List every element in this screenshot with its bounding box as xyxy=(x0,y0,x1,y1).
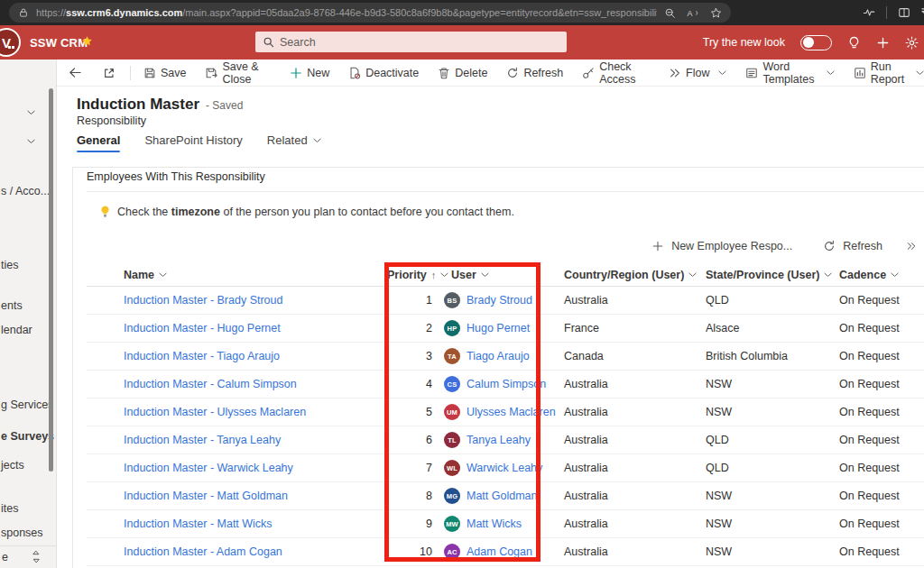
chevron-down-icon xyxy=(827,70,835,76)
column-header-country[interactable]: Country/Region (User) xyxy=(564,269,706,281)
state-cell: QLD xyxy=(706,294,839,307)
record-link[interactable]: Induction Master - Matt Wicks xyxy=(124,518,387,530)
popout-icon[interactable] xyxy=(103,67,116,79)
country-cell: Australia xyxy=(564,406,706,418)
subgrid-refresh-button[interactable]: Refresh xyxy=(823,240,882,252)
refresh-icon xyxy=(823,240,836,252)
pinned-star-icon[interactable] xyxy=(81,35,93,47)
record-link[interactable]: Induction Master - Adam Cogan xyxy=(124,545,387,558)
record-link[interactable]: Induction Master - Tiago Araujo xyxy=(124,350,387,362)
sidebar-item[interactable]: ents xyxy=(1,299,23,312)
form-card-border xyxy=(72,167,73,568)
url-text: https://ssw.crm6.dynamics.com/main.aspx?… xyxy=(36,7,657,18)
column-header-cadence[interactable]: Cadence xyxy=(839,269,924,281)
run-flow-icon[interactable] xyxy=(906,241,917,252)
plus-icon xyxy=(290,67,302,79)
record-link[interactable]: Induction Master - Ulysses Maclaren xyxy=(124,406,387,418)
save-close-icon xyxy=(205,67,217,79)
cadence-cell: On Request xyxy=(839,462,924,474)
lightbulb-icon[interactable] xyxy=(847,36,861,50)
flow-icon xyxy=(669,67,681,79)
global-search[interactable] xyxy=(255,32,567,52)
sitemap-sidebar: s / Acco...tiesentslendarg Servicese Sur… xyxy=(0,60,57,568)
ssw-logo[interactable]: V xyxy=(0,28,21,57)
check-access-button[interactable]: Check Access xyxy=(582,60,650,86)
report-icon xyxy=(854,67,866,79)
section-title: Employees With This Responsibility xyxy=(87,170,265,183)
command-label: Word Templates xyxy=(762,60,817,86)
area-label: e xyxy=(2,551,8,563)
plus-icon[interactable] xyxy=(876,36,890,50)
sidebar-item[interactable]: lendar xyxy=(1,324,32,336)
column-header-name[interactable]: Name xyxy=(124,269,387,281)
sidebar-item[interactable]: g Services xyxy=(1,399,53,411)
sidebar-item[interactable]: s / Acco... xyxy=(1,185,50,197)
refresh-button[interactable]: Refresh xyxy=(506,67,563,79)
screen: https://ssw.crm6.dynamics.com/main.aspx?… xyxy=(0,0,924,568)
tab-sharepoint-history[interactable]: SharePoint History xyxy=(144,133,242,152)
search-input[interactable] xyxy=(280,36,559,49)
chevron-down-icon xyxy=(916,70,924,76)
new-look-toggle[interactable] xyxy=(800,35,832,50)
command-label: Save & Close xyxy=(222,60,271,86)
tab-general[interactable]: General xyxy=(77,133,120,152)
record-link[interactable]: Induction Master - Hugo Pernet xyxy=(124,322,387,334)
cadence-cell: On Request xyxy=(839,294,924,307)
command-label: Run Report xyxy=(871,60,907,86)
country-cell: Australia xyxy=(564,462,706,474)
command-label: Save xyxy=(161,67,187,79)
sidebar-item[interactable]: sponses xyxy=(1,527,43,539)
read-aloud-icon[interactable]: A xyxy=(687,7,699,19)
sidebar-scrollbar[interactable] xyxy=(49,88,53,472)
flow-button[interactable]: Flow xyxy=(669,67,726,79)
address-bar[interactable]: https://ssw.crm6.dynamics.com/main.aspx?… xyxy=(9,3,731,23)
refresh-icon xyxy=(506,67,519,79)
word-templates-button[interactable]: Word Templates xyxy=(745,60,834,86)
browser-essentials-icon[interactable] xyxy=(863,6,875,19)
gear-icon[interactable] xyxy=(905,36,919,50)
sidebar-item[interactable]: ites xyxy=(1,502,18,515)
subgrid-toolbar: New Employee Respo... Refresh xyxy=(651,240,917,252)
cadence-cell: On Request xyxy=(839,406,924,418)
area-switcher[interactable]: e xyxy=(0,545,56,568)
state-cell: NSW xyxy=(706,378,839,390)
chevron-down-icon[interactable] xyxy=(27,110,35,115)
save-status: - Saved xyxy=(206,99,243,112)
delete-button[interactable]: Delete xyxy=(438,67,487,79)
record-link[interactable]: Induction Master - Tanya Leahy xyxy=(124,434,387,446)
state-cell: NSW xyxy=(706,490,839,502)
deactivate-button[interactable]: Deactivate xyxy=(348,67,419,79)
state-cell: NSW xyxy=(706,518,839,530)
country-cell: Australia xyxy=(564,434,706,446)
record-link[interactable]: Induction Master - Calum Simpson xyxy=(124,378,387,390)
tab-related[interactable]: Related xyxy=(267,133,321,152)
record-link[interactable]: Induction Master - Brady Stroud xyxy=(124,294,387,307)
new-employee-responsibility-button[interactable]: New Employee Respo... xyxy=(651,240,792,252)
sidebar-item[interactable]: jects xyxy=(1,459,24,472)
chevron-down-icon xyxy=(824,272,832,278)
back-icon[interactable] xyxy=(69,66,82,79)
state-cell: British Columbia xyxy=(706,350,839,362)
word-template-icon xyxy=(745,67,758,79)
zoom-out-icon[interactable] xyxy=(664,7,676,19)
chevron-down-icon xyxy=(159,272,167,278)
command-label: Refresh xyxy=(523,67,563,79)
chevron-down-icon[interactable] xyxy=(27,139,35,144)
country-cell: Canada xyxy=(564,350,706,362)
save-button[interactable]: Save xyxy=(143,67,187,79)
country-cell: Australia xyxy=(564,378,706,390)
run-report-button[interactable]: Run Report xyxy=(854,60,924,86)
sidebar-item[interactable]: e Surveys xyxy=(1,430,54,443)
country-cell: Australia xyxy=(564,294,706,307)
column-header-state[interactable]: State/Province (User) xyxy=(706,269,839,281)
state-cell: NSW xyxy=(706,406,839,418)
favorite-star-icon[interactable] xyxy=(710,7,722,19)
save-close-button[interactable]: Save & Close xyxy=(205,60,271,86)
record-link[interactable]: Induction Master - Warwick Leahy xyxy=(124,462,387,474)
sidebar-item[interactable]: ties xyxy=(1,259,18,271)
split-screen-icon[interactable] xyxy=(898,6,910,19)
form-tabs: General SharePoint History Related xyxy=(77,133,321,152)
command-label: Delete xyxy=(455,67,487,79)
record-link[interactable]: Induction Master - Matt Goldman xyxy=(124,490,387,502)
new-button[interactable]: New xyxy=(290,67,329,79)
